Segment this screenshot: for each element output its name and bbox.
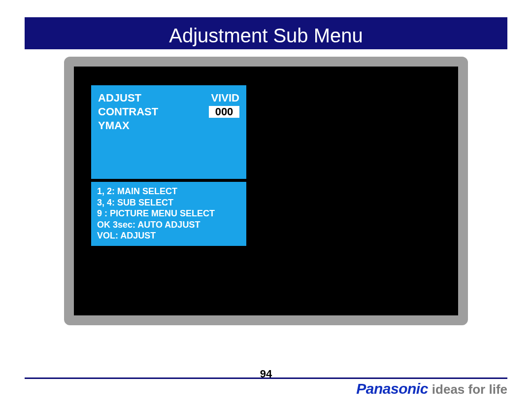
osd-help-line: OK 3sec: AUTO ADJUST [97, 219, 240, 231]
osd-value-box: 000 [209, 106, 239, 118]
osd-row-ymax: YMAX [98, 119, 239, 133]
tv-screen: ADJUST VIVID CONTRAST 000 YMAX 1, 2: MAI… [74, 67, 458, 315]
osd-label: ADJUST [98, 92, 141, 104]
osd-help-line: VOL: ADJUST [97, 230, 240, 241]
osd-row-contrast: CONTRAST 000 [98, 105, 239, 119]
title-bar-accent [25, 17, 507, 22]
osd-help-line: 3, 4: SUB SELECT [97, 197, 240, 208]
brand-logo: Panasonic [356, 380, 428, 397]
osd-settings-panel: ADJUST VIVID CONTRAST 000 YMAX [91, 85, 246, 179]
osd-label: YMAX [98, 119, 130, 132]
osd-label: CONTRAST [98, 105, 158, 118]
osd-help-line: 1, 2: MAIN SELECT [97, 186, 240, 197]
footer-rule [25, 377, 507, 379]
tv-frame: ADJUST VIVID CONTRAST 000 YMAX 1, 2: MAI… [64, 57, 468, 325]
osd-row-adjust: ADJUST VIVID [98, 91, 239, 105]
page-title: Adjustment Sub Menu [25, 22, 507, 49]
slide: Adjustment Sub Menu ADJUST VIVID CONTRAS… [0, 0, 532, 411]
brand: Panasonic ideas for life [356, 380, 507, 397]
title-bar: Adjustment Sub Menu [25, 17, 507, 49]
osd-help-line: 9 : PICTURE MENU SELECT [97, 208, 240, 219]
osd-help-panel: 1, 2: MAIN SELECT 3, 4: SUB SELECT 9 : P… [91, 182, 246, 246]
osd-value: VIVID [211, 92, 239, 104]
brand-tagline: ideas for life [432, 382, 507, 397]
